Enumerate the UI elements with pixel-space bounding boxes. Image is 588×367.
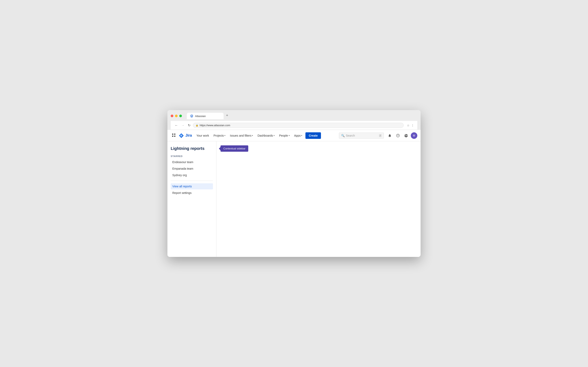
svg-rect-0 [172,133,173,135]
svg-rect-2 [172,136,173,137]
create-button[interactable]: Create [305,132,321,139]
bookmark-button[interactable]: ☆ [407,124,410,127]
main-content: Lightning reports STARRED Endeavour team… [167,141,421,257]
address-bar[interactable]: 🔒 https://www.atlassian.com [193,123,404,128]
svg-text:?: ? [397,134,398,137]
top-navigation: Jira Your work Projects ▾ Issues and fil… [167,130,421,141]
new-tab-button[interactable]: + [224,113,230,118]
tab-favicon-icon [190,114,193,118]
nav-item-apps[interactable]: Apps ▾ [292,132,304,139]
avatar-initials: U [413,134,415,137]
sidebar-section-starred: STARRED [171,155,213,157]
help-icon: ? [396,134,400,137]
svg-rect-1 [174,133,175,135]
nav-items: Your work Projects ▾ Issues and filters … [194,132,337,139]
sidebar-item-view-all-reports[interactable]: View all reports [171,183,213,189]
contextual-sidebar-badge[interactable]: Contextual sidebar [221,145,248,152]
jira-logo-icon [178,133,184,138]
forward-button[interactable]: → [181,123,185,128]
nav-item-your-work[interactable]: Your work [194,132,211,139]
nav-action-buttons: ? U [386,132,417,139]
address-actions: ☆ ⋮ [407,124,414,127]
lock-icon: 🔒 [196,124,199,127]
chevron-down-icon: ▾ [252,134,253,137]
close-window-button[interactable] [171,115,173,117]
browser-addressbar: ← → ↻ 🔒 https://www.atlassian.com ☆ ⋮ [171,121,417,130]
bell-icon [388,134,392,137]
content-area: Contextual sidebar [216,141,421,257]
app-content: Jira Your work Projects ▾ Issues and fil… [167,130,421,257]
chevron-down-icon: ▾ [301,134,302,137]
search-shortcut: / [379,134,381,137]
tab-title: Atlassian [195,115,206,118]
notifications-button[interactable] [386,132,393,139]
browser-menu-button[interactable]: ⋮ [411,124,414,127]
contextual-sidebar-label: Contextual sidebar [223,147,245,150]
browser-controls: Atlassian + [171,113,417,119]
maximize-window-button[interactable] [179,115,182,117]
app-grid-button[interactable] [171,132,177,139]
jira-logo-text: Jira [185,133,192,138]
help-button[interactable]: ? [394,132,401,139]
tab-bar: Atlassian + [187,113,230,119]
settings-button[interactable] [403,132,410,139]
nav-item-people[interactable]: People ▾ [277,132,292,139]
search-icon: 🔍 [341,134,345,137]
browser-window: Atlassian + ← → ↻ 🔒 https://www.atlassia… [167,110,421,257]
back-button[interactable]: ← [174,123,179,128]
grid-icon [172,133,176,137]
jira-logo[interactable]: Jira [178,133,192,138]
chevron-down-icon: ▾ [274,134,275,137]
sidebar-divider [171,181,213,181]
sidebar-item-report-settings[interactable]: Report settings [171,190,213,196]
refresh-button[interactable]: ↻ [187,123,191,128]
nav-item-dashboards[interactable]: Dashboards ▾ [255,132,277,139]
search-bar[interactable]: 🔍 Search / [339,133,384,139]
nav-item-issues-filters[interactable]: Issues and filters ▾ [228,132,255,139]
user-avatar-button[interactable]: U [411,132,417,139]
sidebar-item-empanada-team[interactable]: Empanada team [171,166,213,172]
svg-rect-3 [174,136,175,137]
sidebar-item-sydney-org[interactable]: Sydney org [171,172,213,178]
sidebar-item-endeavour-team[interactable]: Endeavour team [171,159,213,165]
sidebar-title: Lightning reports [171,146,213,151]
chevron-down-icon: ▾ [224,134,225,137]
sidebar: Lightning reports STARRED Endeavour team… [167,141,216,257]
browser-titlebar: Atlassian + ← → ↻ 🔒 https://www.atlassia… [167,110,421,130]
nav-item-projects[interactable]: Projects ▾ [212,132,228,139]
settings-icon [404,134,408,137]
browser-tab[interactable]: Atlassian [187,113,224,119]
search-placeholder: Search [346,134,378,137]
minimize-window-button[interactable] [175,115,178,117]
url-text: https://www.atlassian.com [200,124,401,127]
chevron-down-icon: ▾ [289,134,290,137]
